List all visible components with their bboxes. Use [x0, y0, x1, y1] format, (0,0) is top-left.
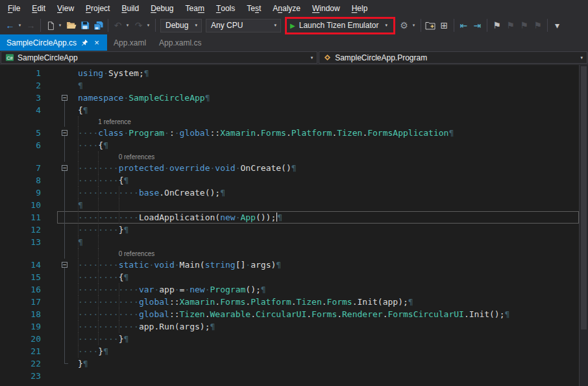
- breakpoint-margin[interactable]: [0, 308, 12, 320]
- code-line[interactable]: 4{¶: [0, 104, 579, 116]
- code-editor[interactable]: 1using·System;¶2¶3−namespace·SampleCircl…: [0, 65, 588, 386]
- code-text[interactable]: namespace·SampleCircleApp¶: [74, 92, 579, 104]
- menu-debug[interactable]: Debug: [145, 0, 179, 16]
- breakpoint-margin[interactable]: [0, 236, 12, 248]
- chevron-down-icon[interactable]: ▾: [125, 18, 130, 32]
- fold-collapse-icon[interactable]: −: [57, 92, 74, 104]
- toolbar-overflow-icon[interactable]: ▾: [550, 18, 564, 32]
- tab-app-xaml-cs[interactable]: App.xaml.cs: [153, 34, 208, 51]
- breakpoint-margin[interactable]: [0, 127, 12, 139]
- menu-build[interactable]: Build: [116, 0, 145, 16]
- code-line[interactable]: 9············base.OnCreate();¶: [0, 187, 579, 199]
- code-line[interactable]: 12········}¶: [0, 224, 579, 236]
- chevron-down-icon[interactable]: ▾: [411, 18, 417, 32]
- code-text[interactable]: ¶: [74, 79, 579, 92]
- breakpoint-margin[interactable]: [0, 199, 12, 211]
- codelens-references[interactable]: 1 reference: [98, 118, 131, 125]
- breakpoint-margin[interactable]: [0, 116, 12, 127]
- breakpoint-margin[interactable]: [0, 162, 12, 174]
- code-text[interactable]: ············var·app·=·new·Program();¶: [74, 283, 579, 296]
- save-all-icon[interactable]: [92, 18, 105, 32]
- code-line[interactable]: 23: [0, 370, 579, 382]
- code-line[interactable]: 5−····class·Program·:·global::Xamarin.Fo…: [0, 127, 579, 139]
- code-line[interactable]: 3−namespace·SampleCircleApp¶: [0, 92, 579, 104]
- scrollbar-thumb[interactable]: [581, 66, 587, 329]
- breakpoint-margin[interactable]: [0, 139, 12, 151]
- breakpoint-margin[interactable]: [0, 259, 12, 271]
- code-text[interactable]: ····}¶: [74, 345, 579, 357]
- close-tab-icon[interactable]: ×: [93, 38, 101, 47]
- code-line[interactable]: 2¶: [0, 79, 579, 92]
- breakpoint-margin[interactable]: [0, 370, 12, 382]
- launch-tizen-emulator-button[interactable]: ▶Launch Tizen Emulator▾: [288, 19, 393, 32]
- breakpoint-margin[interactable]: [0, 104, 12, 116]
- breakpoint-margin[interactable]: [0, 283, 12, 296]
- menu-window[interactable]: Window: [306, 0, 346, 16]
- code-text[interactable]: 0 references: [74, 151, 579, 162]
- code-text[interactable]: ········static·void·Main(string[]·args)¶: [74, 259, 579, 271]
- code-text[interactable]: ········protected·override·void·OnCreate…: [74, 162, 579, 174]
- solution-platform-dropdown[interactable]: Any CPU▾: [206, 19, 281, 32]
- chevron-down-icon[interactable]: ▾: [382, 23, 390, 28]
- menu-edit[interactable]: Edit: [26, 0, 51, 16]
- code-text[interactable]: ········}¶: [74, 333, 579, 345]
- codelens-row[interactable]: 0 references: [0, 248, 579, 259]
- new-project-icon[interactable]: [43, 18, 57, 32]
- menu-tools[interactable]: Tools: [210, 0, 241, 16]
- code-line[interactable]: 19············app.Run(args);¶: [0, 320, 579, 333]
- menu-view[interactable]: View: [51, 0, 80, 16]
- indent-increase-icon[interactable]: ⇥: [471, 18, 484, 32]
- code-line[interactable]: 21····}¶: [0, 345, 579, 357]
- save-icon[interactable]: [78, 18, 92, 32]
- menu-file[interactable]: File: [2, 0, 26, 16]
- fold-collapse-icon[interactable]: −: [57, 127, 74, 139]
- menu-analyze[interactable]: Analyze: [267, 0, 306, 16]
- code-text[interactable]: {¶: [74, 104, 579, 116]
- redo-icon[interactable]: ↷: [132, 18, 145, 32]
- fold-collapse-icon[interactable]: −: [57, 162, 74, 174]
- pin-tab-icon[interactable]: [81, 39, 88, 46]
- breakpoint-margin[interactable]: [0, 271, 12, 283]
- code-text[interactable]: }¶: [74, 357, 579, 370]
- code-line[interactable]: 8········{¶: [0, 174, 579, 187]
- codelens-row[interactable]: 1 reference: [0, 116, 579, 127]
- menu-test[interactable]: Test: [241, 0, 267, 16]
- new-folder-icon[interactable]: [424, 18, 437, 32]
- tab-app-xaml[interactable]: App.xaml: [107, 34, 153, 51]
- code-text[interactable]: ········{¶: [74, 174, 579, 187]
- breakpoint-margin[interactable]: [0, 174, 12, 187]
- code-text[interactable]: ············global::Tizen.Wearable.Circu…: [74, 308, 579, 320]
- tab-samplecircleapp-cs[interactable]: SampleCircleApp.cs×: [0, 34, 107, 51]
- breakpoint-margin[interactable]: [0, 345, 12, 357]
- breakpoint-margin[interactable]: [0, 333, 12, 345]
- code-text[interactable]: ····class·Program·:·global::Xamarin.Form…: [74, 127, 579, 139]
- menu-help[interactable]: Help: [346, 0, 374, 16]
- code-text[interactable]: ············app.Run(args);¶: [74, 320, 579, 333]
- code-text[interactable]: ········{¶: [74, 271, 579, 283]
- codelens-references[interactable]: 0 references: [119, 153, 155, 161]
- code-text[interactable]: ····{¶: [74, 139, 579, 151]
- breakpoint-margin[interactable]: [0, 248, 12, 259]
- breakpoint-margin[interactable]: [0, 151, 12, 162]
- chevron-down-icon[interactable]: ▾: [57, 18, 63, 32]
- member-dropdown[interactable]: SampleCircleApp.Program ▾: [319, 51, 587, 64]
- code-line[interactable]: 6····{¶: [0, 139, 579, 151]
- breakpoint-margin[interactable]: [0, 211, 12, 224]
- code-line[interactable]: 15········{¶: [0, 271, 579, 283]
- breakpoint-margin[interactable]: [0, 224, 12, 236]
- code-text[interactable]: ············global::Xamarin.Forms.Platfo…: [74, 296, 579, 308]
- code-line[interactable]: 11············LoadApplication(new·App())…: [0, 211, 579, 224]
- navigate-forward-icon[interactable]: →: [24, 18, 38, 32]
- code-text[interactable]: [74, 370, 579, 382]
- breakpoint-margin[interactable]: [0, 296, 12, 308]
- code-text[interactable]: ············base.OnCreate();¶: [74, 187, 579, 199]
- open-file-icon[interactable]: [64, 18, 78, 32]
- code-text[interactable]: ············LoadApplication(new·App());¶: [74, 211, 579, 224]
- solution-configuration-dropdown[interactable]: Debug▾: [160, 19, 202, 32]
- preview-window-icon[interactable]: ⊞: [437, 18, 451, 32]
- chevron-down-icon[interactable]: ▾: [145, 18, 151, 32]
- project-dropdown[interactable]: C# SampleCircleApp ▾: [1, 51, 317, 64]
- codelens-references[interactable]: 0 references: [119, 250, 155, 257]
- code-line[interactable]: 7−········protected·override·void·OnCrea…: [0, 162, 579, 174]
- code-text[interactable]: ¶: [74, 199, 579, 211]
